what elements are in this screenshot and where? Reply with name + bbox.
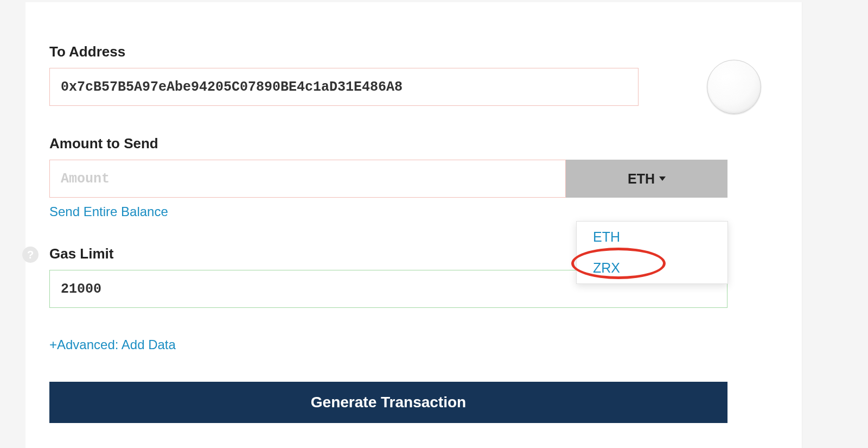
amount-group: Amount to Send ETH ETH ZRX Send Entire B… (49, 135, 727, 219)
generate-transaction-label: Generate Transaction (311, 394, 466, 411)
to-address-label: To Address (49, 43, 727, 60)
amount-input[interactable] (49, 160, 566, 198)
amount-row: ETH ETH ZRX (49, 160, 727, 198)
currency-selected-label: ETH (628, 171, 655, 187)
help-icon[interactable]: ? (22, 247, 39, 263)
caret-down-icon (659, 176, 666, 181)
currency-select-button[interactable]: ETH (566, 160, 727, 198)
address-identicon (707, 60, 761, 114)
amount-label: Amount to Send (49, 135, 727, 152)
currency-option-eth[interactable]: ETH (577, 222, 727, 253)
currency-option-zrx[interactable]: ZRX (577, 253, 727, 283)
to-address-input[interactable] (49, 68, 639, 106)
to-address-input-wrap (49, 68, 639, 106)
form-content: To Address Amount to Send ETH ETH ZRX (49, 43, 727, 423)
to-address-group: To Address (49, 43, 727, 106)
advanced-add-data-link[interactable]: +Advanced: Add Data (49, 337, 176, 352)
generate-transaction-button[interactable]: Generate Transaction (49, 382, 727, 423)
currency-dropdown: ETH ZRX (576, 221, 728, 284)
advanced-section: +Advanced: Add Data (49, 331, 727, 352)
send-transaction-form: To Address Amount to Send ETH ETH ZRX (25, 2, 802, 448)
send-entire-balance-link[interactable]: Send Entire Balance (49, 204, 168, 219)
